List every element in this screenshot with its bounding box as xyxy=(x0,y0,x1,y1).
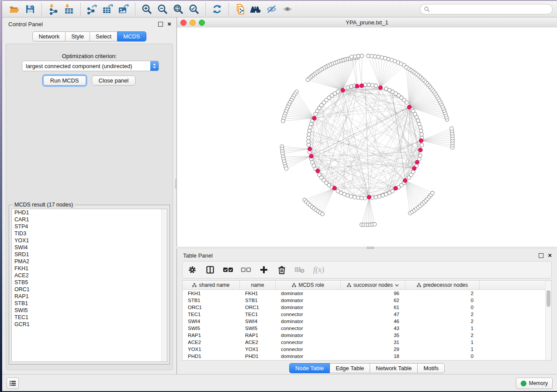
mcds-result-item[interactable]: STP4 xyxy=(12,223,167,230)
table-panel-header: Table Panel × xyxy=(177,249,557,261)
mcds-result-item[interactable]: SRD1 xyxy=(12,251,167,258)
function-builder-button[interactable]: f(x) xyxy=(312,265,327,275)
delete-column-button[interactable] xyxy=(277,265,287,275)
first-neighbors-button[interactable] xyxy=(248,3,264,16)
mcds-result-item[interactable]: SWI4 xyxy=(12,244,167,251)
app-window: Control Panel × NetworkStyleSelectMCDS O… xyxy=(2,1,557,391)
show-all-icon xyxy=(281,4,294,14)
toolbar-separator xyxy=(205,3,206,15)
mcds-result-item[interactable]: TID3 xyxy=(12,230,167,237)
mcds-result-item[interactable]: FKH1 xyxy=(12,265,167,272)
table-cell: TEC1 xyxy=(240,312,276,317)
tab-network[interactable]: Network xyxy=(32,31,66,41)
table-header-row: shared namenameMCDS rolesuccessor nodesp… xyxy=(183,281,551,290)
table-cell: 61 xyxy=(341,305,405,310)
table-row[interactable]: STB1STB1dominator620 xyxy=(183,297,551,304)
table-row[interactable]: YOX1YOX1connector291 xyxy=(183,346,551,353)
tab-node-table[interactable]: Node Table xyxy=(289,363,330,373)
mcds-result-item[interactable]: PHD1 xyxy=(12,209,167,216)
show-column-button[interactable] xyxy=(205,265,215,275)
mcds-result-scrollbar[interactable] xyxy=(161,209,167,361)
table-row[interactable]: PHD1PHD1dominator180 xyxy=(183,353,551,360)
show-all-button[interactable] xyxy=(280,3,295,16)
table-row[interactable]: FKH1FKH1dominator962 xyxy=(183,290,551,297)
mcds-result-item[interactable]: CAR1 xyxy=(12,216,167,223)
table-panel: Table Panel × xyxy=(176,249,557,375)
task-history-button[interactable] xyxy=(7,378,19,389)
main-toolbar xyxy=(2,1,557,17)
float-panel-icon[interactable] xyxy=(539,253,543,258)
export-table-button[interactable] xyxy=(100,3,116,16)
table-cell: 1 xyxy=(405,347,480,352)
table-row[interactable]: RAP1RAP1dominator352 xyxy=(183,332,551,339)
mcds-result-item[interactable]: SWI5 xyxy=(12,307,167,314)
table-row[interactable]: SWI4SWI4dominator462 xyxy=(183,318,551,325)
new-network-from-selection-button[interactable] xyxy=(232,3,248,16)
zoom-out-button[interactable] xyxy=(155,3,170,16)
tab-style[interactable]: Style xyxy=(65,31,90,41)
optimization-criterion-select[interactable]: largest connected component (undirected) xyxy=(22,61,159,71)
zoom-selected-button[interactable] xyxy=(186,3,202,16)
column-header-name[interactable]: name xyxy=(240,281,276,289)
save-session-button[interactable] xyxy=(22,3,38,16)
table-row[interactable]: ACE2ACE2connector311 xyxy=(183,339,551,346)
tab-edge-table[interactable]: Edge Table xyxy=(329,363,370,373)
table-scrollbar[interactable] xyxy=(545,281,551,360)
table-scrollbar-thumb[interactable] xyxy=(547,290,550,307)
run-mcds-button[interactable]: Run MCDS xyxy=(43,76,86,86)
close-panel-button[interactable]: Close panel xyxy=(92,76,136,86)
select-all-button[interactable] xyxy=(223,265,233,275)
node-table: shared namenameMCDS rolesuccessor nodesp… xyxy=(182,280,552,361)
mcds-selected-node xyxy=(412,166,416,170)
hide-selected-button[interactable] xyxy=(264,3,280,16)
tab-network-table[interactable]: Network Table xyxy=(370,363,418,373)
mcds-result-item[interactable]: PMA2 xyxy=(12,258,167,265)
table-cell: connector xyxy=(276,326,341,331)
deselect-all-button[interactable] xyxy=(241,265,251,275)
mcds-result-item[interactable]: ORC1 xyxy=(12,286,167,293)
export-network-button[interactable] xyxy=(84,3,100,16)
float-panel-icon[interactable] xyxy=(158,22,163,27)
close-panel-icon[interactable]: × xyxy=(167,22,171,26)
mcds-result-item[interactable]: TEC1 xyxy=(12,314,167,321)
mcds-result-item[interactable]: YOX1 xyxy=(12,237,167,244)
table-row[interactable]: SWI5SWI5connector431 xyxy=(183,325,551,332)
network-canvas[interactable] xyxy=(177,28,557,247)
table-cell: STB1 xyxy=(240,298,276,303)
zoom-in-button[interactable] xyxy=(139,3,155,16)
mcds-result-item[interactable]: ACE2 xyxy=(12,272,167,279)
import-table-button[interactable] xyxy=(61,3,77,16)
delete-table-button[interactable] xyxy=(294,265,305,275)
column-header-successor-nodes[interactable]: successor nodes xyxy=(341,281,405,289)
apply-layout-icon xyxy=(211,3,223,15)
mcds-result-item[interactable]: STB1 xyxy=(12,300,167,307)
table-cell: dominator xyxy=(276,333,341,338)
mcds-result-item[interactable]: STB5 xyxy=(12,279,167,286)
mcds-result-list[interactable]: PHD1CAR1STP4TID3YOX1SWI4SRD1PMA2FKH1ACE2… xyxy=(11,209,167,362)
table-row[interactable]: TEC1TEC1connector472 xyxy=(183,311,551,318)
column-header-predecessor-nodes[interactable]: predecessor nodes xyxy=(405,281,480,289)
zoom-out-icon xyxy=(157,3,168,15)
tab-motifs[interactable]: Motifs xyxy=(417,363,445,373)
import-network-button[interactable] xyxy=(45,3,61,16)
mcds-result-item[interactable]: RAP1 xyxy=(12,293,167,300)
table-cell: 18 xyxy=(341,354,405,359)
tab-select[interactable]: Select xyxy=(90,31,118,41)
mcds-selected-node xyxy=(360,84,363,88)
column-header-mcds-role[interactable]: MCDS role xyxy=(276,281,341,289)
close-panel-icon[interactable]: × xyxy=(548,253,552,258)
table-settings-button[interactable] xyxy=(187,265,197,275)
table-row[interactable]: ORC1ORC1dominator610 xyxy=(183,304,551,311)
add-column-button[interactable] xyxy=(259,265,269,275)
export-image-button[interactable] xyxy=(116,3,131,16)
table-cell: 96 xyxy=(341,291,405,296)
memory-button[interactable]: Memory xyxy=(516,378,553,389)
search-input[interactable] xyxy=(432,6,549,13)
open-file-button[interactable] xyxy=(7,3,22,16)
zoom-fit-button[interactable] xyxy=(170,3,186,16)
tab-mcds[interactable]: MCDS xyxy=(117,31,146,41)
task-list-icon xyxy=(9,380,16,386)
column-header-shared-name[interactable]: shared name xyxy=(183,281,240,289)
apply-layout-button[interactable] xyxy=(209,3,225,16)
mcds-result-item[interactable]: GCR1 xyxy=(12,321,167,328)
